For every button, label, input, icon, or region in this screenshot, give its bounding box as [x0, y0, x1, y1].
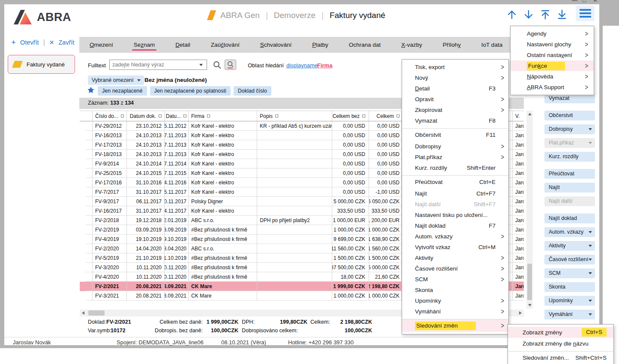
column-filter-icon[interactable]: [207, 114, 210, 117]
col-header-popis[interactable]: Popis: [257, 111, 332, 121]
scope-firma-link[interactable]: Firma: [317, 62, 332, 69]
scope-displayname-link[interactable]: displayname: [286, 62, 318, 69]
fulltext-input[interactable]: [109, 60, 207, 70]
menu-item[interactable]: Vytvořit vzkaz Ctrl+M: [402, 242, 508, 253]
menu-item[interactable]: Agendy >: [511, 28, 594, 39]
arrow-up-icon[interactable]: [506, 9, 517, 20]
col-header-celkem[interactable]: Celkem: [369, 111, 402, 121]
column-filter-icon[interactable]: [397, 114, 400, 117]
tab[interactable]: Detail: [165, 37, 201, 53]
menu-item[interactable]: Časové rozlišení >: [402, 263, 508, 274]
function-button[interactable]: Plat.příkaz: [544, 138, 595, 148]
menu-item[interactable]: Ostatní nastavení >: [511, 50, 594, 60]
arrow-to-top-icon[interactable]: [540, 9, 551, 20]
function-button[interactable]: Skonta: [544, 282, 595, 292]
scroll-left-icon[interactable]: [80, 310, 87, 316]
menu-item[interactable]: Nový >: [402, 72, 508, 83]
menu-item[interactable]: Autom. vzkazy >: [402, 231, 508, 242]
filter-chip[interactable]: Jen nezaplacené: [98, 86, 147, 96]
function-button[interactable]: SCM: [544, 268, 595, 278]
combobox-caret-icon[interactable]: [199, 64, 203, 66]
menu-item[interactable]: Detail F3: [402, 83, 508, 94]
tab[interactable]: IoT data: [471, 37, 513, 53]
vertical-scrollbar[interactable]: [526, 111, 533, 309]
search-in-results-button[interactable]: [225, 60, 236, 70]
vertical-scroll-thumb[interactable]: [527, 264, 532, 300]
menu-item[interactable]: Zobrazit změny Ctrl+S: [508, 327, 613, 338]
menu-item[interactable]: Přeúčtovat Ctrl+E: [402, 175, 508, 188]
column-filter-icon[interactable]: [121, 114, 124, 117]
filter-chip[interactable]: Jen nezaplacené po splatnosti: [150, 86, 231, 96]
menu-item[interactable]: Nastavení tisku po uložení...: [402, 210, 508, 220]
function-button[interactable]: Kurz. rozdíly: [544, 152, 595, 162]
function-button[interactable]: Aktivity: [544, 241, 595, 251]
search-icon[interactable]: [213, 60, 222, 69]
menu-item[interactable]: Dobropisy >: [402, 141, 508, 152]
sidebar-item-faktury-vydane[interactable]: Faktury vydané: [8, 55, 75, 74]
col-header-v[interactable]: V.: [513, 111, 524, 121]
function-button[interactable]: Vymáhání: [544, 310, 595, 319]
menu-item[interactable]: Kurz. rozdíly Shift+Enter: [402, 162, 508, 173]
function-button[interactable]: Dobropisy: [544, 124, 595, 134]
menu-item[interactable]: ABRA Support >: [511, 82, 594, 93]
hamburger-menu-icon[interactable]: [576, 6, 595, 21]
menu-item[interactable]: Najít další Shift+F7: [402, 199, 508, 210]
tab[interactable]: X-vazby: [391, 37, 433, 53]
filter-chip[interactable]: Doklad číslo: [234, 86, 271, 96]
function-button[interactable]: Najít doklad: [544, 214, 595, 223]
tab[interactable]: Přílohy: [433, 37, 471, 53]
menu-item[interactable]: Nastavení plochy >: [511, 39, 594, 50]
tab[interactable]: Zaúčtování: [201, 37, 250, 53]
menu-item[interactable]: Opravit >: [402, 94, 508, 105]
close-agenda-button[interactable]: Zavřít: [59, 39, 75, 46]
menu-item[interactable]: Občerstvit F11: [402, 128, 508, 141]
menu-item[interactable]: Plat.příkaz >: [402, 152, 508, 162]
function-button[interactable]: Upomínky: [544, 296, 595, 306]
function-button[interactable]: Autom. vzkazy: [544, 227, 595, 237]
menu-item[interactable]: Nápověda >: [511, 71, 594, 82]
scroll-up-icon[interactable]: [526, 111, 533, 117]
favorite-star-icon[interactable]: [87, 86, 95, 94]
horizontal-scroll-thumb[interactable]: [88, 310, 105, 316]
function-button[interactable]: Časové rozlišení: [544, 255, 595, 265]
tab[interactable]: Seznam: [123, 37, 165, 53]
function-button[interactable]: Přeúčtovat: [544, 169, 595, 179]
menu-item[interactable]: Zkopírovat >: [402, 105, 508, 115]
scroll-right-icon[interactable]: [517, 310, 524, 316]
selected-restriction-button[interactable]: Vybrané omezení: [88, 75, 144, 85]
column-filter-icon[interactable]: [275, 114, 278, 117]
maximize-icon[interactable]: □: [583, 0, 586, 3]
menu-item[interactable]: Vymazat F8: [402, 115, 508, 126]
tab[interactable]: Schvalování: [250, 37, 302, 53]
arrow-down-icon[interactable]: [523, 9, 534, 20]
menu-item[interactable]: Najít Ctrl+F7: [402, 188, 508, 199]
column-filter-icon[interactable]: [183, 114, 186, 117]
function-button[interactable]: Občerstvit: [544, 111, 595, 120]
menu-item[interactable]: Zobrazit změny dle názvu: [508, 338, 613, 349]
column-filter-icon[interactable]: [362, 114, 365, 117]
menu-item[interactable]: Skonta: [402, 285, 508, 295]
minimize-icon[interactable]: —: [572, 0, 577, 3]
menu-item[interactable]: Tisk, export >: [402, 62, 508, 72]
arrow-to-bottom-icon[interactable]: [556, 9, 568, 20]
menu-item[interactable]: SCM >: [402, 274, 508, 285]
menu-item[interactable]: Vymáhání >: [402, 306, 508, 317]
menu-item[interactable]: Sledování změn >: [402, 319, 508, 332]
function-button[interactable]: Najít další: [544, 196, 595, 206]
menu-item[interactable]: Upomínky >: [402, 295, 508, 306]
column-filter-icon[interactable]: [159, 114, 162, 117]
col-header-celkem-bez[interactable]: Celkem bez: [332, 111, 369, 121]
col-header-firma[interactable]: Firma: [189, 111, 257, 121]
menu-item[interactable]: Aktivity >: [402, 253, 508, 263]
function-button[interactable]: Najít: [544, 183, 595, 193]
close-icon[interactable]: ✕: [593, 0, 598, 3]
col-header-datum[interactable]: Datum dok.: [127, 111, 165, 121]
open-agenda-button[interactable]: Otevřít: [20, 39, 39, 46]
tab[interactable]: Ochrana dat: [339, 37, 391, 53]
menu-item[interactable]: Sledování změn... Shift+Ctrl+S: [508, 351, 613, 364]
col-header-datum2[interactable]: Datu...: [165, 111, 189, 121]
menu-item[interactable]: Najít doklad F7: [402, 220, 508, 231]
tab[interactable]: Platby: [302, 37, 339, 53]
scroll-down-icon[interactable]: [526, 302, 533, 309]
col-header-cislo[interactable]: Číslo do...: [93, 111, 127, 121]
